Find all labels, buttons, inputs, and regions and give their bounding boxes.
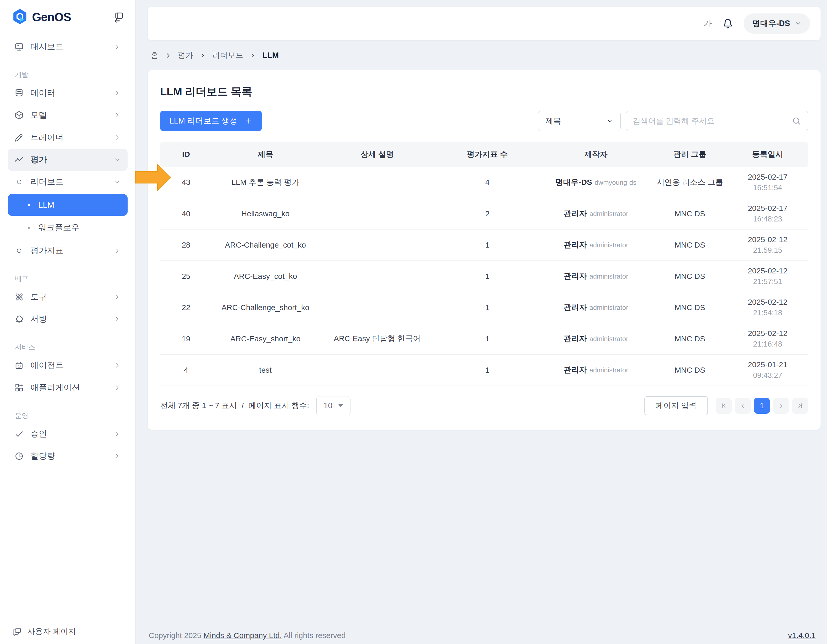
main-area: 가 명대우-DS 홈 평가 리더보드 LLM	[136, 0, 827, 644]
rows-per-page-select[interactable]: 10	[317, 396, 351, 415]
sidebar-item-tools[interactable]: 도구	[8, 286, 128, 308]
sidebar-item-label: 평가	[30, 154, 107, 166]
sidebar-item-leaderboard[interactable]: 리더보드	[8, 171, 128, 193]
cell-created-at: 2025-02-1716:48:23	[727, 198, 808, 229]
sidebar-item-data[interactable]: 데이터	[8, 82, 128, 104]
sidebar-item-llm[interactable]: LLM	[8, 194, 128, 216]
col-group: 관리 그룹	[653, 142, 727, 167]
activity-icon	[14, 155, 24, 164]
table-row[interactable]: 43LLM 추론 능력 평가4명대우-DSdwmyoung-ds시연용 리소스 …	[160, 167, 808, 198]
sidebar-item-evaluation[interactable]: 평가	[8, 148, 128, 171]
col-title: 제목	[212, 142, 319, 167]
copyright-suffix: All rights reserved	[284, 631, 346, 639]
rows-per-page-label: 페이지 표시 행수:	[248, 400, 309, 411]
table-row[interactable]: 19ARC-Easy_short_koARC-Easy 단답형 한국어1관리자a…	[160, 323, 808, 354]
version-link[interactable]: v1.4.0.1	[788, 631, 816, 640]
last-page-button[interactable]	[792, 398, 808, 414]
sidebar-header: GenOS	[0, 0, 135, 34]
cell-created-at: 2025-02-1221:16:48	[727, 323, 808, 354]
sidebar-item-serving[interactable]: 서빙	[8, 308, 128, 330]
table-row[interactable]: 28ARC-Challenge_cot_ko1관리자administratorM…	[160, 229, 808, 261]
search-input[interactable]	[633, 117, 788, 125]
cell-metric-count: 1	[435, 354, 539, 386]
pagination: 전체 7개 중 1 ~ 7 표시 / 페이지 표시 행수: 10 페이지 입력	[160, 396, 808, 415]
cell-description	[319, 198, 436, 229]
chevron-right-icon	[114, 453, 121, 460]
box-icon	[14, 111, 24, 120]
cell-title: test	[212, 354, 319, 386]
company-link[interactable]: Minds & Company Ltd.	[203, 631, 282, 639]
cell-group: MNC DS	[653, 323, 727, 354]
chevron-right-icon	[165, 53, 171, 58]
chevron-right-icon	[114, 362, 121, 369]
sidebar-item-label: 할당량	[30, 450, 107, 462]
sidebar-item-approval[interactable]: 승인	[8, 423, 128, 445]
first-page-button[interactable]	[716, 398, 732, 414]
filter-selected-value: 제목	[546, 116, 561, 127]
sidebar-item-label: 도구	[30, 291, 107, 303]
apps-icon	[14, 383, 24, 392]
cell-id: 4	[160, 354, 212, 386]
page-title: LLM 리더보드 목록	[160, 84, 808, 99]
chevron-right-icon	[114, 247, 121, 254]
filter-field-select[interactable]: 제목	[538, 111, 621, 131]
cell-group: MNC DS	[653, 261, 727, 292]
sidebar-item-dashboard[interactable]: 대시보드	[8, 36, 128, 58]
pencil-icon	[14, 133, 24, 142]
breadcrumb-evaluation[interactable]: 평가	[178, 50, 193, 61]
pagination-controls: 페이지 입력 1	[644, 396, 808, 415]
database-icon	[14, 88, 24, 98]
bell-icon[interactable]	[722, 18, 733, 29]
sidebar-item-model[interactable]: 모델	[8, 104, 128, 127]
breadcrumb-home[interactable]: 홈	[151, 50, 159, 61]
sidebar-item-metrics[interactable]: 평가지표	[8, 239, 128, 262]
table-header-row: ID 제목 상세 설명 평가지표 수 제작자 관리 그룹 등록일시	[160, 142, 808, 167]
sidebar-item-application[interactable]: 애플리케이션	[8, 377, 128, 399]
cell-id: 25	[160, 261, 212, 292]
breadcrumb-leaderboard[interactable]: 리더보드	[212, 50, 243, 61]
cell-group: MNC DS	[653, 354, 727, 386]
page-input-button[interactable]: 페이지 입력	[644, 396, 708, 415]
cell-metric-count: 4	[435, 167, 539, 198]
cell-metric-count: 1	[435, 229, 539, 261]
sidebar-item-trainer[interactable]: 트레이너	[8, 127, 128, 148]
prev-page-button[interactable]	[735, 398, 751, 414]
table-row[interactable]: 4test1관리자administratorMNC DS2025-01-2109…	[160, 354, 808, 386]
chevron-down-icon	[607, 117, 613, 124]
page-number-button[interactable]: 1	[754, 398, 770, 414]
chevron-right-icon	[114, 89, 121, 97]
table-row[interactable]: 22ARC-Challenge_short_ko1관리자administrato…	[160, 292, 808, 323]
cell-title: Hellaswag_ko	[212, 198, 319, 229]
sidebar-item-label: 모델	[30, 109, 107, 121]
cell-title: ARC-Challenge_cot_ko	[212, 229, 319, 261]
cell-metric-count: 1	[435, 261, 539, 292]
col-creator: 제작자	[539, 142, 653, 167]
sidebar-item-user-page[interactable]: 사용자 페이지	[0, 619, 135, 644]
next-page-button[interactable]	[773, 398, 789, 414]
cell-description	[319, 354, 436, 386]
search-icon[interactable]	[792, 116, 801, 126]
chevron-right-icon	[114, 134, 121, 141]
user-menu[interactable]: 명대우-DS	[744, 13, 810, 34]
monitor-icon	[14, 42, 24, 52]
breadcrumb-current: LLM	[262, 51, 279, 60]
cell-group: MNC DS	[653, 292, 727, 323]
font-size-toggle[interactable]: 가	[703, 17, 712, 30]
rows-per-page-value: 10	[324, 401, 332, 410]
cloud-icon	[14, 314, 24, 324]
triangle-down-icon	[338, 404, 343, 407]
logo-text: GenOS	[32, 10, 71, 24]
sidebar-item-quota[interactable]: 할당량	[8, 445, 128, 467]
topbar: 가 명대우-DS	[148, 7, 821, 40]
table-row[interactable]: 25ARC-Easy_cot_ko1관리자administratorMNC DS…	[160, 261, 808, 292]
collapse-sidebar-icon[interactable]	[112, 11, 124, 23]
table-row[interactable]: 40Hellaswag_ko2관리자administratorMNC DS202…	[160, 198, 808, 229]
sidebar-item-agent[interactable]: 에이전트	[8, 354, 128, 377]
cell-group: MNC DS	[653, 198, 727, 229]
cell-metric-count: 1	[435, 292, 539, 323]
genos-logo-icon	[12, 9, 28, 26]
sidebar-item-label: 리더보드	[30, 176, 107, 188]
cell-created-at: 2025-02-1221:54:18	[727, 292, 808, 323]
create-leaderboard-button[interactable]: LLM 리더보드 생성	[160, 111, 262, 131]
sidebar-item-workflow[interactable]: 워크플로우	[8, 217, 128, 239]
